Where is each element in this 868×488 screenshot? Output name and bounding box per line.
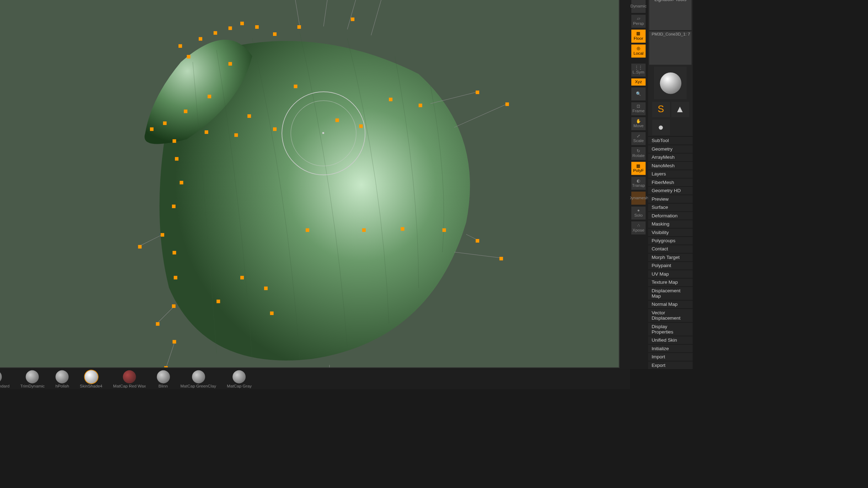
brush-blinn[interactable]: Blinn	[156, 370, 170, 388]
section-display-properties[interactable]: Display Properties	[648, 322, 693, 336]
brush-shelf: StandardClayClayBuildupMoveDam_StandardT…	[0, 369, 630, 389]
solo-button[interactable]: ●Solo	[631, 206, 645, 219]
section-polypaint[interactable]: Polypaint	[648, 261, 693, 270]
svg-rect-26	[351, 17, 354, 21]
nav-rotate-button[interactable]: ↻Rotate	[631, 147, 645, 160]
svg-line-4	[323, 0, 329, 26]
active-tool-thumbnail[interactable]	[654, 66, 687, 99]
tool-thumb-simplebrush[interactable]: S	[652, 102, 670, 117]
section-subtool[interactable]: SubTool	[648, 136, 693, 145]
svg-rect-2	[322, 132, 324, 134]
canvas-area	[0, 0, 630, 369]
svg-rect-66	[499, 257, 503, 260]
xpose-button[interactable]: ∴Xpose	[631, 221, 645, 234]
persp-button[interactable]: ▱Persp	[631, 15, 645, 28]
svg-line-10	[454, 252, 502, 258]
brush-trimdynamic[interactable]: TrimDynamic	[20, 370, 45, 388]
xyz-button[interactable]: Xyz	[631, 78, 645, 86]
brush-hpolish[interactable]: hPolish	[55, 370, 69, 388]
svg-rect-33	[150, 128, 154, 131]
section-polygroups[interactable]: Polygroups	[648, 236, 693, 244]
section-nanomesh[interactable]: NanoMesh	[648, 161, 693, 169]
brush-matcap-greenclay[interactable]: MatCap GreenClay	[181, 370, 216, 388]
section-uv-map[interactable]: UV Map	[648, 270, 693, 278]
viewport-mesh	[0, 0, 619, 367]
svg-rect-52	[174, 276, 177, 280]
section-fibermesh[interactable]: FiberMesh	[648, 178, 693, 186]
svg-rect-59	[264, 287, 268, 290]
svg-rect-44	[476, 91, 479, 94]
svg-line-11	[139, 234, 163, 246]
svg-rect-50	[138, 245, 141, 249]
nav-move-button[interactable]: ✋Move	[631, 117, 645, 130]
section-vector-displacement[interactable]: Vector Displacement	[648, 308, 693, 322]
right-icon-strip: ▣ SPix 3 ⊡Actual ⊟AAHalf Dynamic ▱Persp …	[630, 0, 648, 369]
svg-rect-32	[163, 121, 167, 125]
section-geometry[interactable]: Geometry	[648, 145, 693, 153]
svg-rect-16	[187, 55, 191, 59]
section-normal-map[interactable]: Normal Map	[648, 300, 693, 308]
transp-button[interactable]: ◐Transp	[631, 177, 645, 190]
section-import[interactable]: Import	[648, 352, 693, 360]
polyf-button[interactable]: ▦PolyF	[631, 162, 645, 175]
svg-rect-17	[199, 37, 202, 40]
svg-rect-18	[214, 31, 217, 35]
zoom-button[interactable]: 🔍	[631, 87, 645, 101]
local-button[interactable]: ◎Local	[631, 44, 645, 58]
section-displacement-map[interactable]: Displacement Map	[648, 286, 693, 300]
section-unified-skin[interactable]: Unified Skin	[648, 336, 693, 344]
dynamesh-button[interactable]: Dynamesh	[631, 191, 645, 205]
svg-rect-60	[270, 311, 274, 315]
section-surface[interactable]: Surface	[648, 203, 693, 211]
3d-viewport[interactable]	[0, 0, 620, 368]
frame-button[interactable]: ⊡Frame	[631, 102, 645, 115]
section-morph-target[interactable]: Morph Target	[648, 253, 693, 261]
nav-scale-button[interactable]: ⤢Scale	[631, 132, 645, 145]
section-deformation[interactable]: Deformation	[648, 211, 693, 219]
tool-thumb-cone[interactable]: ▲	[671, 102, 689, 117]
svg-rect-64	[443, 228, 446, 232]
dynamic-view-button[interactable]: Dynamic	[631, 0, 645, 13]
tool-panel: Load Tool Save As Copy Tool Paste Import…	[648, 0, 693, 369]
svg-rect-43	[419, 104, 422, 107]
svg-line-6	[371, 0, 383, 35]
svg-rect-29	[229, 62, 232, 66]
svg-rect-49	[161, 233, 164, 237]
section-initialize[interactable]: Initialize	[648, 344, 693, 352]
section-contact[interactable]: Contact	[648, 245, 693, 253]
svg-rect-41	[359, 124, 363, 128]
svg-line-13	[166, 341, 175, 368]
svg-rect-30	[208, 95, 211, 98]
svg-rect-40	[336, 119, 339, 122]
section-layers[interactable]: Layers	[648, 169, 693, 178]
section-visibility[interactable]: Visibility	[648, 228, 693, 236]
svg-rect-34	[172, 139, 176, 143]
svg-rect-63	[401, 227, 404, 231]
svg-rect-45	[505, 102, 509, 106]
svg-rect-46	[175, 157, 178, 161]
section-masking[interactable]: Masking	[648, 219, 693, 228]
svg-rect-38	[273, 128, 277, 131]
svg-rect-15	[178, 44, 182, 48]
svg-rect-35	[205, 130, 208, 134]
floor-button[interactable]: ▦Floor	[631, 29, 645, 43]
section-preview[interactable]: Preview	[648, 195, 693, 203]
svg-line-12	[157, 305, 175, 323]
svg-rect-39	[294, 85, 298, 88]
section-arraymesh[interactable]: ArrayMesh	[648, 153, 693, 161]
svg-rect-56	[164, 366, 168, 367]
brush-skinshade4[interactable]: SkinShade4	[80, 370, 102, 388]
brush-matcap-red-wax[interactable]: MatCap Red Wax	[113, 370, 146, 388]
section-texture-map[interactable]: Texture Map	[648, 278, 693, 286]
svg-line-5	[347, 0, 359, 29]
svg-rect-21	[255, 25, 259, 29]
lsym-button[interactable]: ⋮⋮L.Sym	[631, 64, 645, 77]
svg-rect-31	[184, 109, 187, 113]
tool-thumb-pm3d[interactable]: ●	[652, 120, 670, 135]
brush-dam_standard[interactable]: Dam_Standard	[0, 370, 10, 388]
section-export[interactable]: Export	[648, 361, 693, 369]
lightbox-tools-button[interactable]: Lightbox› Tools	[649, 0, 691, 30]
section-geometry-hd[interactable]: Geometry HD	[648, 186, 693, 194]
svg-rect-58	[240, 276, 244, 280]
brush-matcap-gray[interactable]: MatCap Gray	[227, 370, 252, 388]
